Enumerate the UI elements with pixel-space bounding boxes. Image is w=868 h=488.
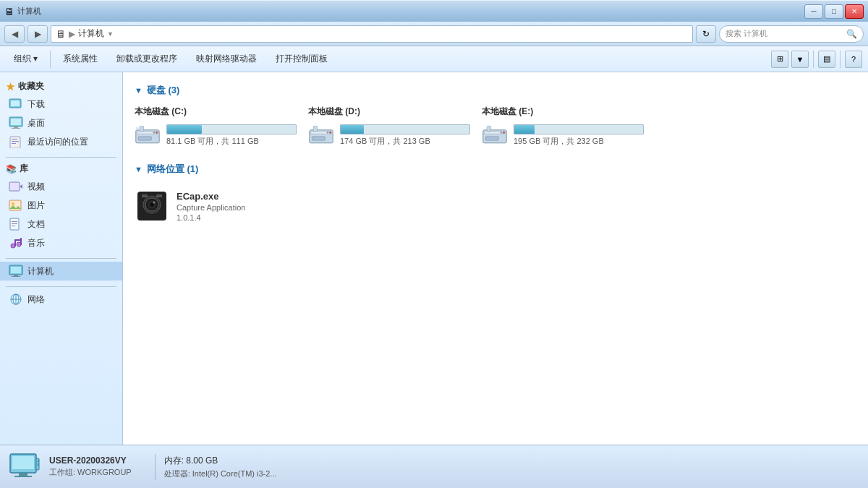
network-item-ecap[interactable]: ECap.exe Capture Application 1.0.1.4 — [135, 184, 856, 228]
toolbar: 组织 ▾ 系统属性 卸载或更改程序 映射网络驱动器 打开控制面板 ⊞ ▼ ▤ ? — [0, 46, 868, 72]
drive-d-icon — [308, 122, 334, 148]
hard-drives-label: 硬盘 (3) — [147, 84, 180, 97]
sidebar-item-download[interactable]: 下载 — [0, 95, 122, 114]
svg-rect-24 — [11, 267, 21, 273]
svg-rect-48 — [485, 137, 498, 140]
drive-e-item[interactable]: 本地磁盘 (E:) — [482, 106, 641, 148]
control-panel-button[interactable]: 打开控制面板 — [268, 49, 336, 69]
close-button[interactable]: ✕ — [845, 4, 864, 19]
svg-rect-26 — [12, 276, 20, 277]
status-bar: USER-20200326VY 工作组: WORKGROUP 内存: 8.00 … — [0, 445, 868, 488]
path-text: 计算机 — [78, 27, 104, 40]
sidebar-item-desktop-label: 桌面 — [27, 117, 45, 129]
svg-point-55 — [153, 202, 156, 204]
libraries-header: 📚 库 — [0, 160, 122, 177]
sidebar-divider-2 — [6, 258, 116, 259]
svg-rect-35 — [138, 137, 151, 140]
sidebar-item-music[interactable]: 音乐 — [0, 234, 122, 252]
sidebar-item-network[interactable]: 网络 — [0, 290, 122, 309]
svg-rect-4 — [14, 127, 18, 128]
drive-e-bar-bg — [514, 124, 644, 134]
refresh-button[interactable]: ↻ — [696, 25, 716, 43]
drive-c-item[interactable]: 本地磁盘 (C:) — [135, 106, 294, 148]
drive-d-bar-fill — [341, 125, 364, 134]
status-ram: 内存: 8.00 GB — [164, 455, 277, 467]
drive-d-size-text: 174 GB 可用，共 213 GB — [340, 136, 470, 147]
music-icon — [9, 236, 23, 250]
svg-rect-56 — [142, 194, 148, 197]
svg-rect-17 — [12, 226, 15, 226]
drive-e-icon — [482, 122, 508, 148]
title-bar-controls: ─ □ ✕ — [804, 4, 864, 19]
status-hardware-info: 内存: 8.00 GB 处理器: Intel(R) Core(TM) i3-2.… — [164, 455, 277, 479]
drive-e-info: 195 GB 可用，共 232 GB — [514, 124, 644, 147]
ecap-info: ECap.exe Capture Application 1.0.1.4 — [176, 191, 245, 222]
sidebar-item-computer-label: 计算机 — [27, 265, 54, 278]
path-separator: ▶ — [69, 29, 75, 39]
drive-d-item[interactable]: 本地磁盘 (D:) — [308, 106, 467, 148]
maximize-button[interactable]: □ — [825, 4, 843, 19]
toolbar-separator-2 — [813, 51, 814, 68]
view-options-button[interactable]: ⊞ — [771, 51, 788, 68]
svg-marker-11 — [20, 184, 22, 189]
search-box[interactable]: 搜索 计算机 🔍 — [719, 25, 864, 43]
svg-rect-16 — [12, 223, 17, 224]
drive-c-icon — [135, 122, 161, 148]
sidebar-item-documents[interactable]: 文档 — [0, 215, 122, 234]
sidebar-item-computer[interactable]: 计算机 — [0, 262, 122, 281]
help-button[interactable]: ? — [845, 51, 862, 68]
status-pc-icon — [9, 451, 41, 483]
organize-button[interactable]: 组织 ▾ — [6, 49, 46, 69]
minimize-button[interactable]: ─ — [804, 4, 823, 19]
drive-d-name: 本地磁盘 (D:) — [308, 106, 467, 118]
view-toggle-button[interactable]: ▼ — [791, 51, 809, 68]
title-bar-left: 🖥 计算机 — [4, 6, 41, 17]
address-path[interactable]: 🖥 ▶ 计算机 ▼ — [51, 25, 693, 43]
drive-e-visual: 195 GB 可用，共 232 GB — [482, 122, 641, 148]
favorites-section: ★ 收藏夹 下载 桌面 最近访问的位置 — [0, 78, 122, 151]
pictures-icon — [9, 198, 23, 213]
status-workgroup: 工作组: WORKGROUP — [49, 467, 132, 478]
title-bar-text: 计算机 — [17, 6, 41, 17]
drive-c-bar-bg — [166, 124, 297, 134]
preview-pane-button[interactable]: ▤ — [818, 51, 835, 68]
svg-rect-42 — [312, 137, 325, 140]
drive-d-bar-bg — [340, 124, 470, 134]
computer-icon — [9, 264, 23, 278]
svg-point-41 — [329, 132, 331, 134]
star-icon: ★ — [6, 81, 15, 93]
sidebar-item-video-label: 视频 — [27, 181, 45, 193]
svg-rect-22 — [14, 239, 22, 241]
drive-c-size-text: 81.1 GB 可用，共 111 GB — [166, 136, 297, 147]
svg-rect-6 — [10, 137, 20, 148]
main-layout: ★ 收藏夹 下载 桌面 最近访问的位置 — [0, 72, 868, 445]
uninstall-button[interactable]: 卸载或更改程序 — [109, 49, 185, 69]
system-props-button[interactable]: 系统属性 — [55, 49, 106, 69]
svg-rect-8 — [12, 141, 19, 142]
svg-rect-63 — [38, 460, 39, 462]
svg-point-34 — [156, 132, 158, 134]
documents-icon — [9, 217, 23, 231]
map-drive-button[interactable]: 映射网络驱动器 — [188, 49, 265, 69]
sidebar-item-pictures[interactable]: 图片 — [0, 196, 122, 215]
svg-rect-49 — [487, 126, 490, 131]
status-computer-name: USER-20200326VY — [49, 455, 132, 466]
sidebar-item-desktop[interactable]: 桌面 — [0, 114, 122, 132]
drive-e-bar-fill — [514, 125, 535, 134]
forward-button[interactable]: ▶ — [27, 25, 48, 43]
back-button[interactable]: ◀ — [4, 25, 25, 43]
ecap-version: 1.0.1.4 — [176, 213, 245, 222]
svg-rect-57 — [156, 194, 162, 197]
path-arrow-drop: ▼ — [107, 30, 114, 38]
svg-rect-7 — [12, 139, 17, 140]
svg-point-47 — [503, 132, 505, 134]
drive-c-visual: 81.1 GB 可用，共 111 GB — [135, 122, 294, 148]
sidebar-item-video[interactable]: 视频 — [0, 177, 122, 196]
sidebar-item-recent[interactable]: 最近访问的位置 — [0, 132, 122, 151]
search-icon[interactable]: 🔍 — [846, 29, 857, 39]
toolbar-separator-3 — [840, 51, 841, 68]
path-computer-icon: 🖥 — [56, 28, 66, 40]
svg-rect-61 — [14, 476, 32, 477]
drive-c-bar-fill — [167, 125, 202, 134]
svg-rect-37 — [136, 127, 139, 129]
